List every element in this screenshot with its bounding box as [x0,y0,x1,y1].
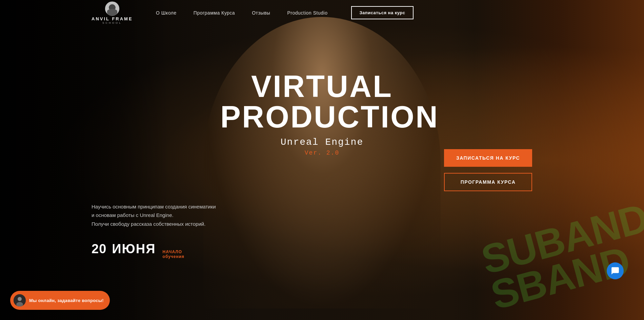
nav-link-program[interactable]: Программа Курса [194,10,235,16]
svg-point-1 [110,4,115,9]
hero-version: Ver. 2.0 [220,149,424,156]
navbar: ANVIL FRAME SCHOOL О Школе Программа Кур… [0,0,644,25]
logo-sub-text: SCHOOL [102,21,122,24]
chat-avatar [14,294,26,306]
svg-point-2 [108,11,117,16]
hero-figure [203,17,441,308]
hero-tag-line2: обучения [163,254,185,259]
hero-date-month: ИЮНЯ [112,242,156,256]
hero-content-left: Научись основным принципам создания сине… [92,202,216,259]
cta-primary-button[interactable]: ЗАПИСАТЬСЯ НА КУРС [444,149,532,167]
hero-cta-block: ЗАПИСАТЬСЯ НА КУРС ПРОГРАММА КУРСА [444,149,532,191]
svg-point-0 [105,1,119,16]
hero-date-line: 20 ИЮНЯ НАЧАЛО обучения [92,242,216,259]
nav-link-studio[interactable]: Production Studio [287,10,327,16]
logo-main-text: ANVIL FRAME [92,16,133,21]
nav-links: О Школе Программа Курса Отзывы Productio… [156,6,414,19]
logo-text: ANVIL FRAME SCHOOL [92,16,133,24]
nav-link-reviews[interactable]: Отзывы [252,10,270,16]
svg-point-4 [18,297,22,301]
cta-secondary-button[interactable]: ПРОГРАММА КУРСА [444,173,532,191]
hero-title-line1: VIRTUAL PRODUCTION [220,71,424,132]
chat-label: Мы онлайн, задавайте вопросы! [29,298,104,303]
hero-subtitle: Unreal Engine [220,137,424,147]
chat-bubble-right[interactable] [607,262,624,279]
nav-cta-button[interactable]: Записаться на курс [351,6,413,19]
logo-area[interactable]: ANVIL FRAME SCHOOL [92,1,133,24]
hero-date-number: 20 [92,242,106,256]
logo-icon [105,1,119,16]
chat-bubble-icon [611,266,620,275]
chat-widget[interactable]: Мы онлайн, задавайте вопросы! [10,291,110,310]
left-overlay [0,0,169,320]
hero-tag-line1: НАЧАЛО [163,249,185,254]
hero-description: Научись основным принципам создания сине… [92,202,216,228]
hero-date-tag: НАЧАЛО обучения [163,249,185,259]
nav-link-about[interactable]: О Школе [156,10,177,16]
hero-section: SUBANDSBAND ANVIL FRAME SCHOOL О Школе П… [0,0,644,320]
hero-title-block: VIRTUAL PRODUCTION Unreal Engine Ver. 2.… [220,71,424,156]
